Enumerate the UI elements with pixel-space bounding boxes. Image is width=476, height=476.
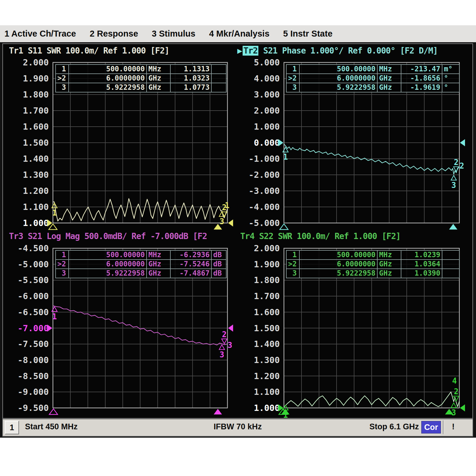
marker-table-cell: dB [212,251,225,259]
marker-table-cell [212,74,225,83]
marker-edge-label: 2 [459,161,464,170]
ifbw-label: IFBW 70 kHz [213,422,262,431]
marker-table-cell: 6.0000000 [300,74,378,83]
marker-table-cell: >2 [56,260,69,268]
instrument-frame: 2.0001.9001.8001.7001.6001.5001.4001.300… [0,42,476,438]
status-bar: 1 Start 450 MHz IFBW 70 kHz Stop 6.1 GHz… [2,419,473,436]
menu-item-2[interactable]: 2 Response [90,29,138,39]
marker-table-cell: 1 [287,251,300,259]
y-axis-tick-label: 1.400 [23,154,49,164]
y-axis-tick-label: -4.000 [249,202,280,212]
marker-flag [451,175,456,180]
marker-flag-label: 2 [454,387,459,396]
menu-item-3[interactable]: 3 Stimulus [152,29,196,39]
menu-item-5[interactable]: 5 Instr State [283,29,332,39]
plot-canvas: 2.0001.9001.8001.7001.6001.5001.4001.300… [3,44,472,418]
marker-flag-label: 2 [222,330,227,339]
marker-flag-label: 3 [451,181,456,190]
marker-table-cell [212,83,225,92]
marker-table-cell [442,251,456,259]
marker-table-cell: -1.8656 [401,74,442,83]
marker-table-cell: MHz [378,65,401,73]
trace-header-tr3[interactable]: Tr3 S21 Log Mag 500.0mdB/ Ref -7.000dB [… [9,231,207,241]
marker-table-cell: 1.0323 [171,74,212,83]
ref-level-left-triangle [278,404,283,411]
trace-format-label: S21 Phase 1.000°/ Ref 0.000° [F2 D/M] [258,46,438,56]
y-axis-tick-label: 1.100 [254,387,280,397]
marker-table-cell [442,260,456,268]
marker-table-cell [212,65,225,73]
marker-edge-label: 1 [225,201,230,210]
y-axis-tick-label: -5.500 [18,275,49,285]
y-axis-tick-label: -6.500 [18,307,49,317]
marker-table-cell: GHz [147,83,171,92]
marker-table-cell: 5.9222958 [69,269,147,278]
marker-table-cell: GHz [378,74,401,83]
y-axis-tick-label: 3.000 [254,89,280,100]
marker-table-cell: 6.0000000 [69,74,147,83]
y-axis-tick-label: 5.000 [254,57,280,67]
status-separator [443,420,444,434]
marker-table-cell: 5.9222958 [300,269,378,278]
y-axis-tick-label: 1.300 [254,355,280,365]
y-axis-tick-label: -6.000 [18,291,49,301]
marker-stimulus-triangle [49,224,57,230]
marker-table-cell: dB [212,260,225,268]
marker-table-cell [442,269,456,278]
marker-table-tr4: 1500.00000MHz1.0239>26.0000000GHz1.03643… [286,250,460,278]
marker-table-row: 35.9222958GHz1.0773 [56,83,226,92]
marker-table-cell: 5.9222958 [300,83,378,92]
marker-table-cell: 500.00000 [69,65,147,73]
marker-table-tr1: 1500.00000MHz1.1313>26.0000000GHz1.03233… [55,64,227,92]
channel-number-button[interactable]: 1 [5,421,19,434]
marker-flag [451,403,456,408]
marker-table-cell: 5.9222958 [69,83,147,92]
y-axis-tick-label: -7.500 [18,339,49,349]
y-axis-tick-label: 1.500 [254,323,280,333]
marker-table-row: 1500.00000MHz-213.47m° [287,65,459,73]
marker-flag-label: 1 [52,312,57,321]
trace-name-label: Tr1 [9,46,23,56]
stop-frequency-label: Stop 6.1 GHz [369,422,419,431]
marker-flag-label: 3 [219,350,224,359]
ref-level-right-triangle [460,139,465,146]
marker-table-cell: 500.00000 [69,251,147,259]
marker-table-cell: 3 [287,269,300,278]
y-axis-tick-label: 1.800 [23,89,49,100]
marker-table-row: 1500.00000MHz-6.2936dB [56,251,226,259]
y-axis-tick-label: -3.000 [249,186,280,196]
trace-header-tr1[interactable]: Tr1 S11 SWR 100.0m/ Ref 1.000 [F2] [9,46,169,56]
marker-flag-label: 1 [283,153,288,161]
marker-table-row: 1500.00000MHz1.0239 [287,251,459,259]
start-frequency-label: Start 450 MHz [25,422,78,431]
y-axis-tick-label: 1.900 [254,259,280,269]
menu-item-4[interactable]: 4 Mkr/Analysis [209,29,269,39]
y-axis-tick-label: 1.000 [254,122,280,132]
y-axis-tick-label: 1.100 [23,202,49,212]
y-axis-tick-label: -7.000 [18,323,49,333]
y-axis-tick-label: -4.500 [18,243,49,253]
y-axis-tick-label: 1.200 [23,186,49,196]
y-axis-tick-label: 2.000 [23,57,49,67]
marker-table-cell: -213.47 [401,65,442,73]
marker-table-cell: >2 [287,74,300,83]
y-axis-tick-label: -8.500 [18,371,49,381]
y-axis-tick-label: -9.000 [18,387,49,397]
menu-item-1[interactable]: 1 Active Ch/Trace [4,29,76,39]
marker-table-cell: 6.0000000 [300,260,378,268]
trace-header-tr2[interactable]: ▶Tr2 S21 Phase 1.000°/ Ref 0.000° [F2 D/… [237,46,438,56]
marker-table-cell: MHz [378,251,401,259]
menu-bar: 1 Active Ch/Trace2 Response3 Stimulus4 M… [0,25,476,43]
y-axis-tick-label: 1.300 [23,170,49,180]
trace-header-tr4[interactable]: Tr4 S22 SWR 100.0m/ Ref 1.000 [F2] [240,231,400,241]
y-axis-tick-label: 1.600 [254,307,280,317]
marker-table-cell: >2 [287,260,300,268]
marker-table-cell: GHz [147,269,171,278]
marker-table-row: >26.0000000GHz-7.5246dB [56,259,226,268]
trace-name-label: Tr3 [9,231,23,241]
y-axis-tick-label: 1.600 [23,122,49,132]
marker-table-cell: 1.0773 [171,83,212,92]
y-axis-tick-label: 1.400 [254,339,280,349]
marker-edge-label: 4 [452,376,457,385]
y-axis-tick-label: -1.000 [249,154,280,164]
